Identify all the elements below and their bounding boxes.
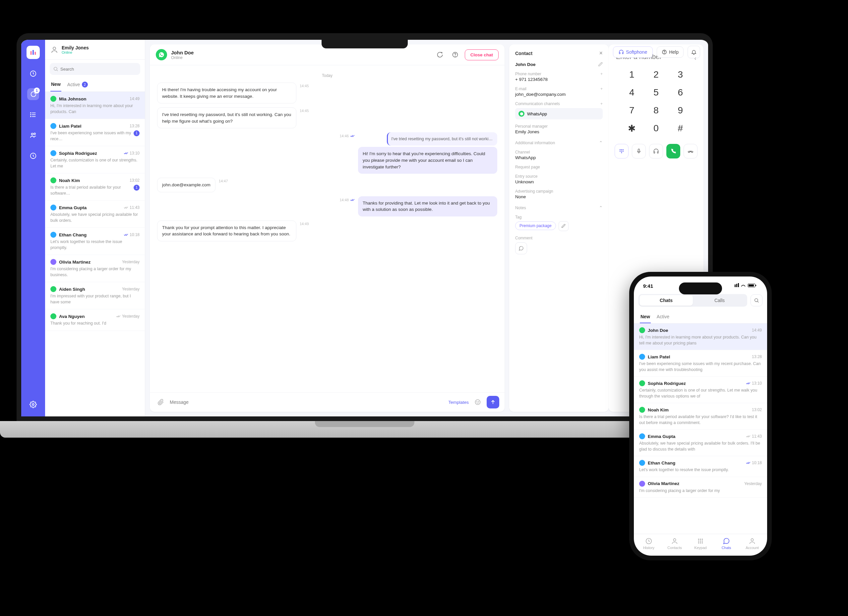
phone-search-button[interactable] [750,294,762,306]
tab-new-label: New [51,82,61,87]
phone-nav-contacts[interactable]: Contacts [662,537,688,550]
tab-active[interactable]: Active2 [67,78,89,92]
notifications-button[interactable] [688,46,700,58]
chevron-up-icon[interactable]: ⌃ [599,140,603,145]
keypad-key[interactable]: 3 [670,69,691,80]
conversation-item[interactable]: Sophia Rodriguez 13:10 Certainly, custom… [634,377,767,403]
svg-point-27 [623,151,624,152]
conversation-item[interactable]: Emma Gupta 11:43 Absolutely, we have spe… [45,200,145,228]
keypad-key[interactable]: ✱ [621,123,642,134]
nav-chats-badge: 1 [34,88,40,94]
chat-help-icon[interactable] [449,49,461,60]
call-button[interactable] [666,144,680,159]
close-chat-button[interactable]: Close chat [465,49,498,60]
keypad-key[interactable]: 0 [645,123,666,134]
chat-transfer-icon[interactable] [434,49,446,60]
conversation-item[interactable]: Ethan Chang 10:18 Let's work together to… [634,456,767,477]
keypad-key[interactable]: 6 [670,87,691,98]
templates-link[interactable]: Templates [448,400,469,405]
svg-point-46 [698,539,700,540]
entry-source-value: Unknown [515,180,603,184]
conversation-item[interactable]: Mia Johnson 14:49 Hi, I'm interested in … [45,92,145,119]
nav-chats-icon[interactable]: 1 [27,88,39,100]
attach-icon[interactable] [155,396,166,408]
edit-icon[interactable] [598,62,603,67]
hangup-icon[interactable] [683,144,697,159]
whatsapp-icon [156,49,167,60]
conversation-preview: Certainly, customization is one of our s… [639,387,762,399]
nav-history-icon[interactable] [27,150,39,162]
segment-calls[interactable]: Calls [693,295,746,306]
edit-tag-icon[interactable] [559,221,569,231]
phone-nav-keypad[interactable]: Keypad [688,537,713,550]
conversation-item[interactable]: Liam Patel 13:28 I've been experiencing … [634,350,767,377]
conversation-preview: I've been experiencing some issues with … [639,361,762,373]
channel-dot-icon [50,259,56,265]
keypad-key[interactable]: 5 [645,87,666,98]
headset-icon[interactable] [649,144,663,159]
conversation-item[interactable]: Noah Kim 13:02 Is there a trial period a… [45,174,145,200]
keypad-key[interactable]: 2 [645,69,666,80]
close-icon[interactable]: × [599,50,603,57]
keypad-key[interactable]: 9 [670,105,691,116]
conversation-item[interactable]: Aiden Singh Yesterday I'm impressed with… [45,282,145,309]
add-phone-icon[interactable]: + [600,71,603,76]
help-button[interactable]: Help [657,46,683,58]
search-icon [53,66,58,71]
conversation-time: 13:10 [130,151,139,156]
dialpad-icon[interactable] [615,144,629,159]
keypad-key[interactable]: 7 [621,105,642,116]
emoji-icon[interactable] [472,396,483,408]
phone-nav-chats[interactable]: Chats [713,537,739,550]
phone-tab-new[interactable]: New [640,311,651,323]
conversation-name: Noah Kim [59,178,127,183]
chevron-up-icon[interactable]: ⌃ [599,205,603,210]
conversation-time: 13:28 [752,355,762,359]
svg-point-52 [698,542,700,544]
svg-point-49 [698,540,700,542]
add-comment-button[interactable] [515,242,527,254]
conversation-item[interactable]: Liam Patel 13:28 I've been experiencing … [45,119,145,146]
channel-dot-icon [639,380,645,386]
conversation-preview: Let's work together to resolve the issue… [639,467,762,473]
read-check-icon [124,205,128,210]
conversation-item[interactable]: Noah Kim 13:02 Is there a trial period a… [634,403,767,430]
phone-nav-history[interactable]: History [636,537,662,550]
tag-chip[interactable]: Premium package [515,221,556,230]
nav-clock-icon[interactable] [27,68,39,80]
keypad-key[interactable]: 1 [621,69,642,80]
conversation-item[interactable]: Olivia Martinez Yesterday I'm considerin… [45,255,145,282]
search-input[interactable] [50,63,140,75]
chat-contact-name: John Doe [171,50,194,55]
conversation-item[interactable]: John Doe 14:49 Hi, I'm interested in lea… [634,324,767,350]
conversation-item[interactable]: Ava Nguyen Yesterday Thank you for reach… [45,309,145,331]
mic-icon[interactable] [632,144,646,159]
conversation-item[interactable]: Emma Gupta 11:43 Absolutely, we have spe… [634,430,767,456]
svg-point-22 [620,149,621,150]
conversation-item[interactable]: Ethan Chang 10:18 Let's work together to… [45,228,145,255]
message-input[interactable] [170,399,445,405]
svg-point-19 [477,401,477,402]
add-email-icon[interactable]: + [600,86,603,91]
quoted-message: I've tried resetting my password, but it… [387,132,497,145]
keypad-key[interactable]: # [670,123,691,134]
nav-settings-icon[interactable] [27,398,39,410]
conversation-item[interactable]: Olivia Martinez Yesterday I'm considerin… [634,477,767,498]
conversation-name: Olivia Martinez [648,481,741,486]
phone-tab-active[interactable]: Active [656,311,670,323]
nav-contacts-icon[interactable] [27,129,39,141]
send-button[interactable] [487,396,499,408]
add-channel-icon[interactable]: + [600,101,603,106]
softphone-button[interactable]: Softphone [613,46,653,58]
nav-list-icon[interactable] [27,109,39,121]
keypad-key[interactable]: 8 [645,105,666,116]
conversation-item[interactable]: Sophia Rodriguez 13:10 Certainly, custom… [45,146,145,174]
tab-new[interactable]: New [50,78,61,92]
keypad-key[interactable]: 4 [621,87,642,98]
unread-badge: 1 [133,185,139,191]
conversation-preview: Thank you for reaching out. I'd [50,321,139,327]
channel-whatsapp-chip[interactable]: WhatsApp [515,108,603,119]
phone-nav-account[interactable]: Account [739,537,765,550]
svg-point-53 [700,542,701,544]
segment-chats[interactable]: Chats [639,295,693,306]
